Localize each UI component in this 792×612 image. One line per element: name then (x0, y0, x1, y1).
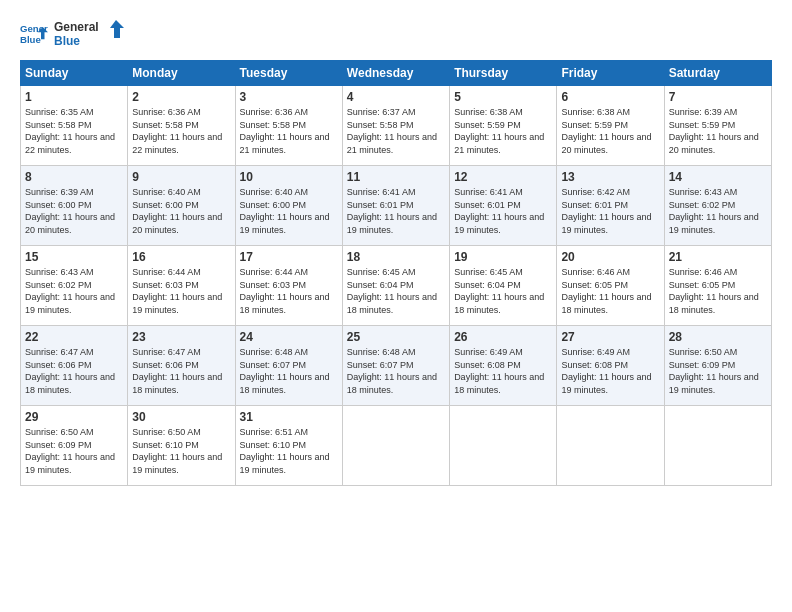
day-number: 23 (132, 330, 230, 344)
calendar-cell: 26Sunrise: 6:49 AMSunset: 6:08 PMDayligh… (450, 326, 557, 406)
calendar-header-sunday: Sunday (21, 61, 128, 86)
cell-info: Sunrise: 6:37 AMSunset: 5:58 PMDaylight:… (347, 107, 437, 155)
header: General Blue General Blue (20, 18, 772, 50)
cell-info: Sunrise: 6:49 AMSunset: 6:08 PMDaylight:… (561, 347, 651, 395)
calendar-cell: 27Sunrise: 6:49 AMSunset: 6:08 PMDayligh… (557, 326, 664, 406)
calendar-cell: 19Sunrise: 6:45 AMSunset: 6:04 PMDayligh… (450, 246, 557, 326)
cell-info: Sunrise: 6:39 AMSunset: 5:59 PMDaylight:… (669, 107, 759, 155)
calendar-cell (342, 406, 449, 486)
day-number: 4 (347, 90, 445, 104)
calendar-cell: 25Sunrise: 6:48 AMSunset: 6:07 PMDayligh… (342, 326, 449, 406)
logo-icon: General Blue (20, 20, 48, 48)
day-number: 13 (561, 170, 659, 184)
calendar-cell: 17Sunrise: 6:44 AMSunset: 6:03 PMDayligh… (235, 246, 342, 326)
day-number: 25 (347, 330, 445, 344)
day-number: 10 (240, 170, 338, 184)
day-number: 29 (25, 410, 123, 424)
cell-info: Sunrise: 6:43 AMSunset: 6:02 PMDaylight:… (669, 187, 759, 235)
day-number: 26 (454, 330, 552, 344)
cell-info: Sunrise: 6:43 AMSunset: 6:02 PMDaylight:… (25, 267, 115, 315)
day-number: 8 (25, 170, 123, 184)
calendar-header-tuesday: Tuesday (235, 61, 342, 86)
day-number: 21 (669, 250, 767, 264)
svg-text:Blue: Blue (54, 34, 80, 48)
calendar-cell: 12Sunrise: 6:41 AMSunset: 6:01 PMDayligh… (450, 166, 557, 246)
cell-info: Sunrise: 6:45 AMSunset: 6:04 PMDaylight:… (454, 267, 544, 315)
calendar-cell: 28Sunrise: 6:50 AMSunset: 6:09 PMDayligh… (664, 326, 771, 406)
calendar-cell: 8Sunrise: 6:39 AMSunset: 6:00 PMDaylight… (21, 166, 128, 246)
calendar-week-row: 8Sunrise: 6:39 AMSunset: 6:00 PMDaylight… (21, 166, 772, 246)
cell-info: Sunrise: 6:40 AMSunset: 6:00 PMDaylight:… (132, 187, 222, 235)
logo: General Blue General Blue (20, 18, 124, 50)
calendar-header-monday: Monday (128, 61, 235, 86)
cell-info: Sunrise: 6:38 AMSunset: 5:59 PMDaylight:… (454, 107, 544, 155)
day-number: 2 (132, 90, 230, 104)
day-number: 1 (25, 90, 123, 104)
cell-info: Sunrise: 6:42 AMSunset: 6:01 PMDaylight:… (561, 187, 651, 235)
calendar-cell: 31Sunrise: 6:51 AMSunset: 6:10 PMDayligh… (235, 406, 342, 486)
day-number: 27 (561, 330, 659, 344)
svg-text:Blue: Blue (20, 34, 41, 45)
cell-info: Sunrise: 6:48 AMSunset: 6:07 PMDaylight:… (347, 347, 437, 395)
day-number: 12 (454, 170, 552, 184)
day-number: 17 (240, 250, 338, 264)
calendar-cell: 5Sunrise: 6:38 AMSunset: 5:59 PMDaylight… (450, 86, 557, 166)
calendar-cell: 20Sunrise: 6:46 AMSunset: 6:05 PMDayligh… (557, 246, 664, 326)
cell-info: Sunrise: 6:51 AMSunset: 6:10 PMDaylight:… (240, 427, 330, 475)
cell-info: Sunrise: 6:36 AMSunset: 5:58 PMDaylight:… (240, 107, 330, 155)
day-number: 22 (25, 330, 123, 344)
day-number: 19 (454, 250, 552, 264)
cell-info: Sunrise: 6:35 AMSunset: 5:58 PMDaylight:… (25, 107, 115, 155)
calendar-cell: 15Sunrise: 6:43 AMSunset: 6:02 PMDayligh… (21, 246, 128, 326)
calendar-cell: 23Sunrise: 6:47 AMSunset: 6:06 PMDayligh… (128, 326, 235, 406)
day-number: 15 (25, 250, 123, 264)
cell-info: Sunrise: 6:47 AMSunset: 6:06 PMDaylight:… (132, 347, 222, 395)
calendar-cell: 16Sunrise: 6:44 AMSunset: 6:03 PMDayligh… (128, 246, 235, 326)
cell-info: Sunrise: 6:49 AMSunset: 6:08 PMDaylight:… (454, 347, 544, 395)
calendar-header-saturday: Saturday (664, 61, 771, 86)
cell-info: Sunrise: 6:48 AMSunset: 6:07 PMDaylight:… (240, 347, 330, 395)
cell-info: Sunrise: 6:44 AMSunset: 6:03 PMDaylight:… (132, 267, 222, 315)
calendar-cell: 7Sunrise: 6:39 AMSunset: 5:59 PMDaylight… (664, 86, 771, 166)
calendar-cell: 2Sunrise: 6:36 AMSunset: 5:58 PMDaylight… (128, 86, 235, 166)
day-number: 24 (240, 330, 338, 344)
cell-info: Sunrise: 6:36 AMSunset: 5:58 PMDaylight:… (132, 107, 222, 155)
calendar-cell: 22Sunrise: 6:47 AMSunset: 6:06 PMDayligh… (21, 326, 128, 406)
day-number: 18 (347, 250, 445, 264)
calendar-cell: 3Sunrise: 6:36 AMSunset: 5:58 PMDaylight… (235, 86, 342, 166)
calendar-cell: 9Sunrise: 6:40 AMSunset: 6:00 PMDaylight… (128, 166, 235, 246)
calendar-cell: 11Sunrise: 6:41 AMSunset: 6:01 PMDayligh… (342, 166, 449, 246)
day-number: 9 (132, 170, 230, 184)
day-number: 31 (240, 410, 338, 424)
page: General Blue General Blue SundayMondayTu… (0, 0, 792, 612)
cell-info: Sunrise: 6:39 AMSunset: 6:00 PMDaylight:… (25, 187, 115, 235)
day-number: 30 (132, 410, 230, 424)
day-number: 3 (240, 90, 338, 104)
day-number: 5 (454, 90, 552, 104)
calendar-header-row: SundayMondayTuesdayWednesdayThursdayFrid… (21, 61, 772, 86)
svg-marker-5 (110, 20, 124, 38)
calendar-cell: 24Sunrise: 6:48 AMSunset: 6:07 PMDayligh… (235, 326, 342, 406)
calendar-header-thursday: Thursday (450, 61, 557, 86)
day-number: 20 (561, 250, 659, 264)
calendar-cell: 10Sunrise: 6:40 AMSunset: 6:00 PMDayligh… (235, 166, 342, 246)
cell-info: Sunrise: 6:46 AMSunset: 6:05 PMDaylight:… (669, 267, 759, 315)
cell-info: Sunrise: 6:50 AMSunset: 6:09 PMDaylight:… (669, 347, 759, 395)
cell-info: Sunrise: 6:40 AMSunset: 6:00 PMDaylight:… (240, 187, 330, 235)
cell-info: Sunrise: 6:44 AMSunset: 6:03 PMDaylight:… (240, 267, 330, 315)
cell-info: Sunrise: 6:50 AMSunset: 6:10 PMDaylight:… (132, 427, 222, 475)
calendar-cell (557, 406, 664, 486)
cell-info: Sunrise: 6:41 AMSunset: 6:01 PMDaylight:… (347, 187, 437, 235)
calendar-cell: 1Sunrise: 6:35 AMSunset: 5:58 PMDaylight… (21, 86, 128, 166)
calendar-cell: 29Sunrise: 6:50 AMSunset: 6:09 PMDayligh… (21, 406, 128, 486)
cell-info: Sunrise: 6:38 AMSunset: 5:59 PMDaylight:… (561, 107, 651, 155)
day-number: 28 (669, 330, 767, 344)
calendar-cell: 4Sunrise: 6:37 AMSunset: 5:58 PMDaylight… (342, 86, 449, 166)
logo-svg: General Blue (54, 18, 124, 50)
calendar-cell: 18Sunrise: 6:45 AMSunset: 6:04 PMDayligh… (342, 246, 449, 326)
calendar-cell: 30Sunrise: 6:50 AMSunset: 6:10 PMDayligh… (128, 406, 235, 486)
svg-text:General: General (54, 20, 99, 34)
cell-info: Sunrise: 6:46 AMSunset: 6:05 PMDaylight:… (561, 267, 651, 315)
calendar-header-friday: Friday (557, 61, 664, 86)
cell-info: Sunrise: 6:41 AMSunset: 6:01 PMDaylight:… (454, 187, 544, 235)
